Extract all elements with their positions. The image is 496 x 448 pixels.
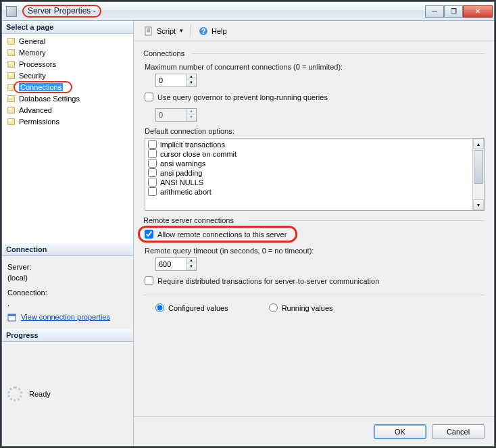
- script-button[interactable]: Script ▼: [141, 24, 187, 38]
- toolbar: Script ▼ ? Help: [134, 21, 494, 41]
- main-panel: Script ▼ ? Help Connections Maximum numb…: [134, 21, 494, 446]
- spin-down-icon[interactable]: ▼: [187, 264, 196, 270]
- view-connection-properties-link[interactable]: View connection properties: [21, 313, 110, 321]
- window-title: Server Properties -: [20, 5, 104, 18]
- remote-timeout-label: Remote query timeout (in seconds, 0 = no…: [145, 247, 485, 255]
- window-icon: [6, 6, 17, 17]
- max-connections-spinner[interactable]: ▲▼: [155, 74, 197, 87]
- sidebar: Select a page General Memory Processors …: [2, 21, 134, 446]
- svg-text:?: ?: [201, 28, 205, 35]
- option-checkbox[interactable]: [148, 159, 157, 168]
- remote-timeout-spinner[interactable]: ▲▼: [155, 257, 197, 271]
- require-distributed-checkbox[interactable]: [145, 276, 153, 285]
- connection-header: Connection: [2, 243, 133, 256]
- progress-status: Ready: [29, 390, 51, 398]
- configured-values-radio[interactable]: Configured values: [155, 303, 228, 312]
- svg-rect-7: [9, 73, 11, 75]
- svg-rect-18: [145, 27, 151, 35]
- script-icon: [143, 26, 154, 36]
- help-button[interactable]: ? Help: [195, 24, 230, 38]
- query-governor-checkbox[interactable]: [145, 93, 153, 101]
- governor-value-spinner: ▲▼: [155, 108, 197, 122]
- maximize-button[interactable]: ❐: [444, 5, 463, 18]
- option-checkbox[interactable]: [148, 168, 157, 177]
- sidebar-item-memory[interactable]: Memory: [2, 47, 133, 58]
- close-button[interactable]: ✕: [463, 5, 493, 18]
- option-checkbox[interactable]: [148, 178, 157, 186]
- governor-value-input: [156, 109, 186, 121]
- chevron-down-icon: ▼: [178, 28, 184, 34]
- sidebar-item-advanced[interactable]: Advanced: [2, 104, 133, 116]
- max-connections-input[interactable]: [156, 74, 186, 86]
- list-item[interactable]: ansi padding: [148, 168, 481, 178]
- spin-down-icon[interactable]: ▼: [187, 80, 196, 86]
- option-checkbox[interactable]: [148, 149, 157, 158]
- allow-remote-checkbox[interactable]: [145, 230, 153, 239]
- server-value: (local): [7, 274, 128, 282]
- properties-icon: [7, 313, 17, 322]
- server-label: Server:: [7, 263, 128, 271]
- ok-button[interactable]: OK: [374, 424, 426, 439]
- page-icon: [6, 59, 17, 69]
- list-item[interactable]: ANSI NULLS: [148, 178, 481, 187]
- spin-up-icon: ▲: [187, 109, 196, 115]
- connection-value: .: [7, 299, 128, 307]
- svg-rect-3: [9, 50, 11, 52]
- dialog-footer: OK Cancel: [134, 416, 494, 446]
- list-item[interactable]: implicit transactions: [148, 140, 481, 149]
- query-governor-label: Use query governor to prevent long-runni…: [157, 93, 328, 101]
- connection-label: Connection:: [7, 289, 128, 297]
- titlebar[interactable]: Server Properties - ─ ❐ ✕: [2, 2, 494, 21]
- list-item[interactable]: ansi warnings: [148, 159, 481, 168]
- running-values-radio[interactable]: Running values: [269, 303, 333, 312]
- connection-panel: Server: (local) Connection: . View conne…: [2, 256, 133, 329]
- sidebar-item-permissions[interactable]: Permissions: [2, 116, 133, 127]
- svg-rect-11: [9, 96, 11, 98]
- option-checkbox[interactable]: [148, 187, 157, 196]
- page-icon: [6, 82, 17, 92]
- remote-timeout-input[interactable]: [156, 258, 186, 270]
- page-icon: [6, 71, 17, 80]
- sidebar-item-security[interactable]: Security: [2, 70, 133, 81]
- default-options-label: Default connection options:: [145, 127, 485, 135]
- default-options-listbox[interactable]: implicit transactions cursor close on co…: [145, 138, 485, 211]
- svg-rect-13: [9, 107, 11, 109]
- allow-remote-label: Allow remote connections to this server: [157, 230, 287, 239]
- cancel-button[interactable]: Cancel: [432, 424, 485, 439]
- svg-rect-5: [9, 61, 11, 64]
- progress-header: Progress: [2, 329, 133, 342]
- scroll-thumb[interactable]: [474, 150, 483, 184]
- page-list: General Memory Processors Security Conne…: [2, 34, 133, 243]
- max-connections-label: Maximum number of concurrent connections…: [145, 63, 485, 71]
- sidebar-item-connections[interactable]: Connections: [2, 81, 133, 93]
- require-distributed-label: Require distributed transactions for ser…: [157, 277, 379, 285]
- sidebar-item-processors[interactable]: Processors: [2, 58, 133, 70]
- connections-group-label: Connections: [143, 49, 485, 57]
- sidebar-item-database-settings[interactable]: Database Settings: [2, 93, 133, 104]
- spin-up-icon[interactable]: ▲: [187, 74, 196, 80]
- option-checkbox[interactable]: [148, 140, 157, 149]
- scroll-down-icon[interactable]: ▼: [473, 199, 484, 210]
- spin-up-icon[interactable]: ▲: [187, 258, 196, 264]
- help-icon: ?: [198, 26, 209, 36]
- select-page-header: Select a page: [2, 21, 133, 34]
- progress-panel: Ready: [2, 342, 133, 446]
- svg-rect-15: [9, 119, 11, 121]
- svg-rect-9: [9, 84, 11, 86]
- list-item[interactable]: arithmetic abort: [148, 187, 481, 197]
- listbox-scrollbar[interactable]: ▲ ▼: [472, 139, 484, 210]
- progress-spinner-icon: [7, 387, 22, 401]
- sidebar-item-general[interactable]: General: [2, 35, 133, 47]
- list-item[interactable]: cursor close on commit: [148, 149, 481, 159]
- spin-down-icon: ▼: [187, 115, 196, 121]
- page-icon: [6, 36, 17, 46]
- page-icon: [6, 117, 17, 126]
- scroll-up-icon[interactable]: ▲: [473, 139, 484, 149]
- page-icon: [6, 48, 17, 57]
- minimize-button[interactable]: ─: [425, 5, 444, 18]
- page-icon: [6, 105, 17, 115]
- page-icon: [6, 94, 17, 103]
- server-properties-dialog: Server Properties - ─ ❐ ✕ Select a page …: [1, 1, 495, 447]
- remote-group-label: Remote server connections: [143, 216, 485, 224]
- svg-rect-17: [8, 314, 16, 316]
